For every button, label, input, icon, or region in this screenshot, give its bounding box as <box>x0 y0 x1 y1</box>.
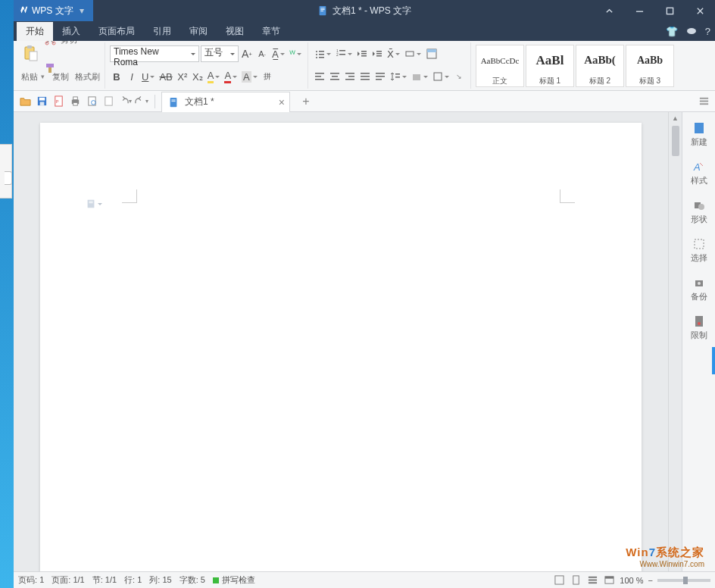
zoom-slider[interactable] <box>657 579 710 582</box>
subscript-button[interactable]: X₂ <box>191 69 205 84</box>
view-print-button[interactable] <box>570 574 582 586</box>
svg-rect-47 <box>376 79 382 80</box>
view-web-button[interactable] <box>603 574 615 586</box>
style-heading-1[interactable]: AaBl标题 1 <box>526 45 574 87</box>
change-case-button[interactable]: A̲̅ <box>270 46 286 61</box>
st-words[interactable]: 字数: 5 <box>180 574 205 586</box>
line-spacing-button[interactable] <box>389 69 408 84</box>
borders-button[interactable] <box>431 69 451 84</box>
skin-icon[interactable]: 👕 <box>666 26 678 37</box>
decrease-indent-button[interactable] <box>355 46 369 61</box>
spellcheck-status-icon <box>213 577 219 583</box>
sp-backup[interactable]: 备份 <box>682 273 715 305</box>
document-viewport[interactable] <box>14 112 668 571</box>
style-heading-2[interactable]: AaBb(标题 2 <box>576 45 624 87</box>
svg-rect-30 <box>406 52 414 56</box>
superscript-button[interactable]: X² <box>176 69 189 84</box>
st-row[interactable]: 行: 1 <box>124 574 142 586</box>
paste-button[interactable] <box>21 45 41 63</box>
increase-indent-button[interactable] <box>370 46 384 61</box>
scroll-thumb[interactable] <box>672 126 679 156</box>
new-blank-button[interactable] <box>101 95 115 108</box>
minimize-button[interactable] <box>624 0 654 21</box>
print-preview-button[interactable] <box>85 95 98 108</box>
help-icon[interactable]: ? <box>705 26 710 37</box>
st-col[interactable]: 列: 15 <box>149 574 171 586</box>
vertical-scrollbar[interactable]: ▲ <box>668 112 682 571</box>
scroll-up-icon[interactable]: ▲ <box>672 112 679 124</box>
asian-spacing-button[interactable] <box>403 46 423 61</box>
bold-button[interactable]: B <box>110 69 123 84</box>
new-tab-button[interactable]: + <box>296 92 316 111</box>
zoom-value[interactable]: 100 % <box>620 576 643 585</box>
font-size-select[interactable]: 五号 <box>201 45 239 62</box>
font-color-button[interactable]: A <box>223 69 239 84</box>
italic-button[interactable]: I <box>125 69 139 84</box>
tab-view[interactable]: 视图 <box>217 22 253 41</box>
copy-button[interactable]: 复制 <box>52 71 69 83</box>
svg-rect-15 <box>319 51 324 52</box>
strikethrough-button[interactable]: AB <box>158 69 173 84</box>
align-center-button[interactable] <box>328 69 342 84</box>
tab-list-button[interactable] <box>697 95 710 108</box>
zoom-out-button[interactable]: − <box>648 576 653 585</box>
close-button[interactable] <box>685 0 715 21</box>
align-right-button[interactable] <box>343 69 357 84</box>
sp-styles[interactable]: A样式 <box>682 157 715 189</box>
undo-button[interactable]: ▾ <box>118 95 132 108</box>
bullets-button[interactable] <box>313 46 333 61</box>
shading-button[interactable] <box>410 69 429 84</box>
tab-sections[interactable]: 章节 <box>253 22 289 41</box>
svg-rect-39 <box>345 73 354 74</box>
paste-label[interactable]: 粘贴 <box>21 71 38 83</box>
align-distribute-button[interactable] <box>373 69 387 84</box>
save-button[interactable] <box>35 95 48 108</box>
collapse-ribbon-button[interactable] <box>594 0 624 21</box>
sp-new[interactable]: 新建 <box>682 118 715 151</box>
tab-insert[interactable]: 插入 <box>53 22 89 41</box>
char-scale-button[interactable]: X̄ <box>386 46 401 61</box>
page-options-button[interactable] <box>86 199 102 209</box>
redo-button[interactable]: ▾ <box>135 95 148 108</box>
char-shading-button[interactable]: A <box>240 69 259 84</box>
clear-format-button[interactable]: ᵂ <box>288 46 303 61</box>
font-name-select[interactable]: Times New Roma <box>110 45 199 62</box>
grow-font-button[interactable]: A+ <box>240 46 254 61</box>
paragraph-dialog-button[interactable]: ↘ <box>452 69 466 84</box>
page[interactable] <box>40 123 642 571</box>
underline-button[interactable]: U <box>140 69 156 84</box>
tab-review[interactable]: 审阅 <box>180 22 217 41</box>
shrink-font-button[interactable]: A- <box>255 46 269 61</box>
close-tab-icon[interactable]: × <box>279 96 285 108</box>
tab-page-layout[interactable]: 页面布局 <box>89 22 144 41</box>
view-fullscreen-button[interactable] <box>553 574 565 586</box>
cloud-icon[interactable] <box>685 26 698 37</box>
view-outline-button[interactable] <box>586 574 598 586</box>
align-left-button[interactable] <box>313 69 326 84</box>
export-pdf-button[interactable]: P <box>52 95 65 108</box>
align-justify-button[interactable] <box>358 69 372 84</box>
highlight-button[interactable]: A <box>206 69 222 84</box>
sp-restrict[interactable]: 限制 <box>682 311 715 344</box>
border-button[interactable] <box>424 46 439 61</box>
numbering-button[interactable]: 12 <box>334 46 354 61</box>
sp-shapes[interactable]: 形状 <box>682 195 715 228</box>
style-normal[interactable]: AaBbCcDc正文 <box>476 45 524 87</box>
app-menu-button[interactable]: WPS 文字 ▾ <box>14 0 93 21</box>
tab-home[interactable]: 开始 <box>17 22 53 41</box>
sp-select[interactable]: 选择 <box>682 234 715 267</box>
st-section[interactable]: 节: 1/1 <box>92 574 117 586</box>
st-page-no[interactable]: 页码: 1 <box>18 574 44 586</box>
st-page[interactable]: 页面: 1/1 <box>52 574 84 586</box>
svg-rect-36 <box>330 73 339 74</box>
print-button[interactable] <box>68 95 82 108</box>
open-button[interactable] <box>18 95 32 108</box>
maximize-button[interactable] <box>654 0 685 21</box>
style-heading-3[interactable]: AaBb标题 3 <box>626 45 674 87</box>
document-tab[interactable]: 文档1 * × <box>161 92 290 112</box>
st-spellcheck[interactable]: 拼写检查 <box>213 574 255 586</box>
svg-text:2: 2 <box>336 52 339 57</box>
format-painter-label[interactable]: 格式刷 <box>75 71 100 83</box>
phonetic-guide-button[interactable]: 拼 <box>261 69 274 84</box>
tab-references[interactable]: 引用 <box>144 22 180 41</box>
